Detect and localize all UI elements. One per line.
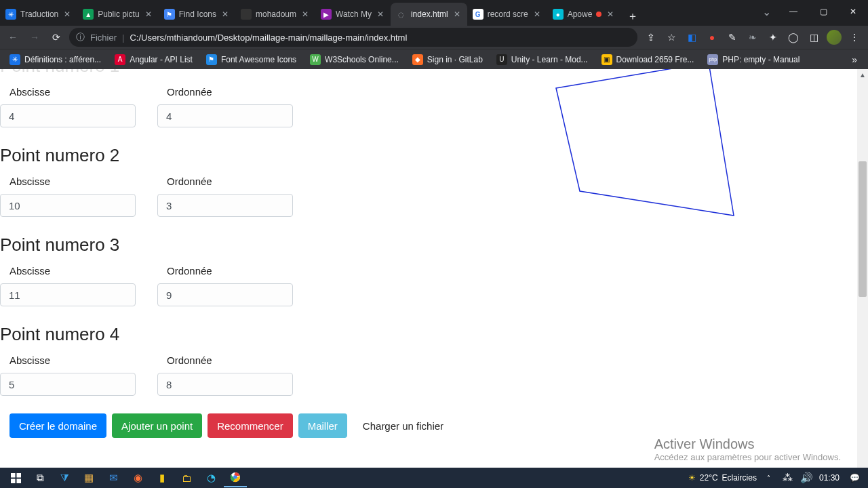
profile-avatar[interactable] — [825, 28, 844, 47]
chrome-icon[interactable] — [224, 468, 247, 487]
calendar-icon[interactable]: ▦ — [77, 468, 100, 487]
notifications-icon[interactable]: 💬 — [845, 468, 864, 487]
tab-6[interactable]: Grecord scre✕ — [467, 3, 547, 26]
point3-x-input[interactable] — [0, 283, 136, 306]
close-icon[interactable]: ✕ — [220, 9, 230, 19]
extensions-puzzle-icon[interactable]: ✦ — [764, 28, 783, 47]
bookmark-1[interactable]: AAngular - API List — [109, 52, 198, 68]
point3-y-input[interactable] — [157, 283, 293, 306]
add-point-button[interactable]: Ajouter un point — [112, 413, 202, 438]
url-field[interactable]: ⓘ Fichier | C:/Users/mthiandoum/Desktop/… — [69, 28, 637, 47]
bookmark-star-icon[interactable]: ☆ — [662, 28, 681, 47]
abscisse-label: Abscisse — [0, 176, 136, 187]
minimize-button[interactable]: — — [778, 0, 808, 23]
maximize-button[interactable]: ▢ — [808, 0, 838, 23]
reload-button[interactable]: ⟳ — [47, 28, 65, 46]
favicon-record-icon: ● — [553, 9, 564, 20]
bookmark-0[interactable]: ✳Définitions : afféren... — [4, 52, 106, 68]
ordonnee-label: Ordonnée — [157, 86, 293, 98]
sidepanel-icon[interactable]: ◫ — [804, 28, 823, 47]
close-icon[interactable]: ✕ — [144, 9, 153, 19]
favicon-globe-icon: ◌ — [396, 9, 407, 20]
recording-dot-icon — [596, 12, 601, 17]
taskview-icon[interactable]: ⧉ — [28, 468, 52, 487]
close-icon[interactable]: ✕ — [532, 9, 542, 19]
close-icon[interactable]: ✕ — [300, 9, 310, 19]
info-icon[interactable]: ⓘ — [76, 31, 85, 43]
menu-kebab-icon[interactable]: ⋮ — [845, 28, 864, 47]
new-tab-button[interactable]: ＋ — [623, 7, 642, 26]
bookmark-3[interactable]: WW3Schools Online... — [304, 52, 404, 68]
favicon-flag-icon: ⚑ — [164, 9, 175, 20]
bm-w3-icon: W — [310, 54, 321, 65]
reset-button[interactable]: Recommencer — [208, 413, 293, 438]
create-domain-button[interactable]: Créer le domaine — [9, 413, 106, 438]
wifi-icon[interactable]: ⁂ — [781, 468, 795, 487]
favicon-play-icon: ▶ — [321, 9, 332, 20]
close-icon[interactable]: ✕ — [452, 9, 462, 19]
edge-icon[interactable]: ◔ — [199, 468, 222, 487]
bookmark-7[interactable]: phpPHP: empty - Manual — [702, 52, 805, 68]
start-button[interactable] — [4, 468, 27, 487]
point2-y-input[interactable] — [157, 194, 293, 217]
bookmark-6[interactable]: ▣Download 2659 Fre... — [596, 52, 700, 68]
tab-2[interactable]: ⚑Find Icons✕ — [159, 3, 235, 26]
point4-y-input[interactable] — [157, 373, 293, 396]
scroll-thumb[interactable] — [859, 161, 867, 297]
share-icon[interactable]: ⇪ — [642, 28, 660, 47]
bookmark-4[interactable]: ◆Sign in · GitLab — [407, 52, 488, 68]
ext5-circle-icon[interactable]: ◯ — [784, 28, 803, 47]
bookmark-2[interactable]: ⚑Font Awesome Icons — [201, 52, 302, 68]
tab-7[interactable]: ●Apowe✕ — [547, 3, 621, 26]
close-icon[interactable]: ✕ — [606, 9, 615, 19]
tray-chevron-icon[interactable]: ˄ — [762, 468, 776, 487]
tab-overflow-button[interactable]: ⌄ — [754, 0, 778, 23]
clock[interactable]: 01:30 — [819, 473, 840, 483]
scrollbar[interactable]: ▲ — [857, 69, 868, 468]
tab-0[interactable]: ✳Traduction✕ — [0, 3, 77, 26]
powerbi-icon[interactable]: ▮ — [151, 468, 174, 487]
tab-label: Public pictu — [98, 9, 139, 19]
bookmark-5[interactable]: UUnity - Learn - Mod... — [491, 52, 593, 68]
explorer-icon[interactable]: 🗀 — [175, 468, 198, 487]
mesh-button[interactable]: Mailler — [298, 413, 347, 438]
tab-label: Find Icons — [179, 9, 216, 19]
tab-1[interactable]: ▲Public pictu✕ — [77, 3, 158, 26]
favicon-generic-icon — [241, 9, 252, 20]
close-icon[interactable]: ✕ — [62, 9, 72, 19]
ext4-feather-icon[interactable]: ❧ — [743, 28, 762, 47]
bookmarks-overflow-button[interactable]: » — [845, 54, 864, 65]
abscisse-label: Abscisse — [0, 265, 136, 277]
ext3-pen-icon[interactable]: ✎ — [723, 28, 742, 47]
point1-x-input[interactable] — [0, 104, 136, 127]
forward-button[interactable]: → — [26, 28, 43, 46]
volume-icon[interactable]: 🔊 — [800, 468, 814, 487]
tab-label: Apowe — [568, 9, 593, 19]
weather-widget[interactable]: ☀ 22°C Eclaircies — [688, 473, 757, 483]
abscisse-label: Abscisse — [0, 86, 136, 98]
tab-3[interactable]: mohadoum✕ — [235, 3, 315, 26]
ext2-icon[interactable]: ● — [703, 28, 722, 47]
tab-label: Watch My — [336, 9, 372, 19]
tab-4[interactable]: ▶Watch My✕ — [315, 3, 391, 26]
close-window-button[interactable]: ✕ — [838, 0, 868, 23]
mail-icon[interactable]: ✉ — [102, 468, 125, 487]
svg-rect-0 — [11, 473, 16, 478]
point1-y-input[interactable] — [157, 104, 293, 127]
tab-5-active[interactable]: ◌index.html✕ — [391, 3, 467, 26]
point2-x-input[interactable] — [0, 194, 136, 217]
bookmark-label: Sign in · GitLab — [427, 55, 483, 64]
bm-unity-icon: U — [496, 54, 507, 65]
ext1-icon[interactable]: ◧ — [682, 28, 701, 47]
svg-rect-2 — [11, 479, 16, 483]
bm-dl-icon: ▣ — [601, 54, 612, 65]
back-button[interactable]: ← — [4, 28, 22, 46]
close-icon[interactable]: ✕ — [376, 9, 385, 19]
activation-title: Activer Windows — [654, 436, 841, 452]
firefox-icon[interactable]: ◉ — [126, 468, 149, 487]
point4-x-input[interactable] — [0, 373, 136, 396]
scroll-up-icon[interactable]: ▲ — [857, 69, 868, 80]
polygon-canvas — [542, 69, 827, 313]
vscode-icon[interactable]: ⧩ — [53, 468, 76, 487]
load-file-button[interactable]: Charger un fichier — [353, 413, 454, 438]
